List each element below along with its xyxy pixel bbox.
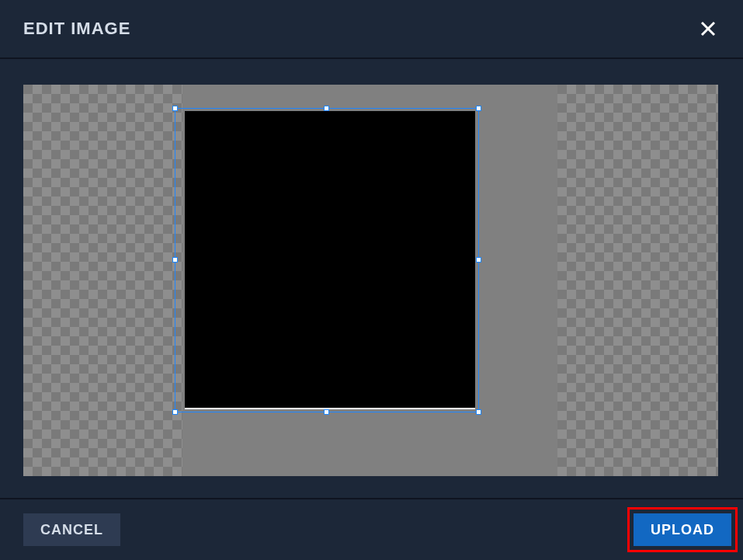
transparent-bg-right — [557, 85, 718, 476]
modal-header: EDIT IMAGE — [0, 0, 743, 59]
close-icon — [699, 19, 717, 38]
crop-handle-middle-left[interactable] — [172, 257, 178, 263]
modal-footer: CANCEL UPLOAD — [0, 498, 743, 560]
close-button[interactable] — [696, 17, 720, 40]
crop-handle-middle-right[interactable] — [476, 257, 481, 263]
edit-image-modal: EDIT IMAGE CANCEL UPLOAD — [0, 0, 743, 560]
crop-selection[interactable] — [175, 108, 479, 412]
upload-button[interactable]: UPLOAD — [634, 513, 731, 546]
crop-handle-top-left[interactable] — [172, 106, 178, 111]
crop-preview — [185, 111, 475, 409]
cancel-button[interactable]: CANCEL — [23, 513, 120, 546]
transparent-bg-left — [23, 85, 182, 476]
crop-handle-bottom-left[interactable] — [172, 409, 178, 415]
modal-title: EDIT IMAGE — [23, 19, 130, 39]
crop-handle-bottom-right[interactable] — [476, 409, 481, 415]
upload-highlight-box: UPLOAD — [627, 507, 738, 552]
image-canvas[interactable] — [23, 85, 718, 476]
crop-handle-top-right[interactable] — [476, 106, 481, 111]
crop-handle-bottom-middle[interactable] — [324, 409, 329, 415]
crop-handle-top-middle[interactable] — [324, 106, 329, 111]
